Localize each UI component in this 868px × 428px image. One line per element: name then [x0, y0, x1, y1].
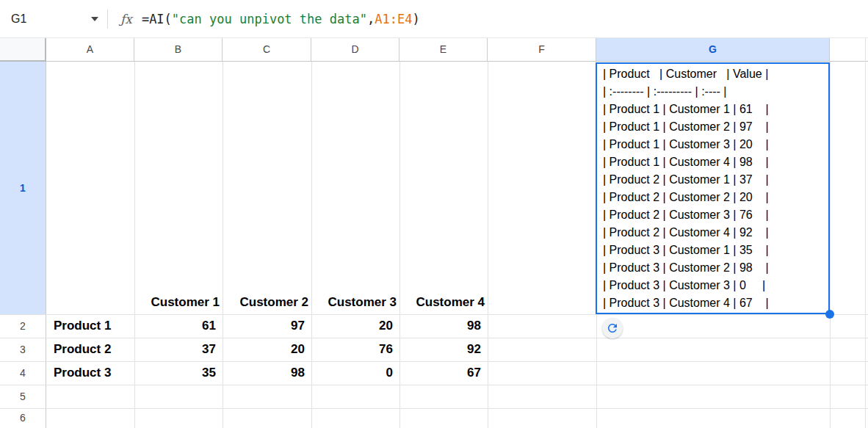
column-header-e[interactable]: E	[399, 38, 488, 62]
g1-markdown-line: | Product 2 | Customer 4 | 92 |	[603, 224, 828, 242]
row-header-1[interactable]: 1	[0, 62, 46, 314]
formula-token-range: A1:E4	[375, 12, 412, 26]
cell-d4[interactable]: 0	[312, 361, 399, 385]
formula-token-string: "can you unpivot the data"	[172, 12, 367, 26]
gridline	[0, 385, 868, 385]
cell-d1[interactable]: Customer 3	[312, 291, 399, 314]
cell-a3[interactable]: Product 2	[47, 338, 134, 361]
g1-markdown-line: | Product 2 | Customer 1 | 37 |	[603, 171, 828, 189]
g1-markdown-line: | Product | Customer | Value |	[603, 65, 828, 83]
cell-c4[interactable]: 98	[223, 361, 311, 385]
row-header-2[interactable]: 2	[0, 314, 46, 338]
chevron-down-icon[interactable]	[91, 17, 98, 21]
name-box[interactable]: G1	[0, 12, 107, 26]
g1-markdown-line: | Product 1 | Customer 1 | 61 |	[603, 101, 828, 118]
fx-icon: ƒx	[120, 12, 132, 26]
cell-c1[interactable]: Customer 2	[223, 291, 311, 314]
cell-b2[interactable]: 61	[135, 314, 223, 338]
cell-a4[interactable]: Product 3	[47, 361, 134, 385]
cell-a2[interactable]: Product 1	[47, 314, 134, 338]
gridline	[488, 62, 488, 428]
column-header-g[interactable]: G	[596, 38, 830, 62]
row-header-5[interactable]: 5	[0, 385, 46, 408]
cell-d3[interactable]: 76	[312, 338, 399, 361]
g1-markdown-line: | Product 1 | Customer 3 | 20 |	[603, 136, 828, 153]
cell-e2[interactable]: 98	[400, 314, 488, 338]
formula-bar: G1 ƒx =AI("can you unpivot the data",A1:…	[0, 0, 868, 38]
g1-markdown-line: | Product 3 | Customer 4 | 67 |	[603, 294, 828, 312]
g1-markdown-line: | Product 3 | Customer 2 | 98 |	[603, 259, 828, 277]
refresh-icon	[606, 322, 619, 335]
selected-cell-g1[interactable]: | Product | Customer | Value | | :------…	[596, 62, 830, 314]
row-header-6[interactable]: 6	[0, 408, 46, 428]
row-header-4[interactable]: 4	[0, 361, 46, 385]
g1-markdown-line: | Product 3 | Customer 1 | 35 |	[603, 242, 828, 259]
cell-b4[interactable]: 35	[135, 361, 223, 385]
formula-token: =AI(	[142, 12, 172, 26]
refresh-ai-button[interactable]	[602, 318, 623, 338]
gridline	[0, 408, 868, 409]
column-header-d[interactable]: D	[311, 38, 399, 62]
column-header-f[interactable]: F	[488, 38, 596, 62]
g1-markdown-line: | Product 1 | Customer 2 | 97 |	[603, 118, 828, 136]
cell-e3[interactable]: 92	[400, 338, 488, 361]
g1-markdown-line: | Product 1 | Customer 4 | 98 |	[603, 153, 828, 171]
column-header-c[interactable]: C	[223, 38, 311, 62]
g1-markdown-line: | Product 2 | Customer 3 | 76 |	[603, 206, 828, 224]
cell-c2[interactable]: 97	[223, 314, 311, 338]
fill-handle[interactable]	[825, 310, 834, 319]
column-header-a[interactable]: A	[46, 38, 134, 62]
cell-e4[interactable]: 67	[400, 361, 488, 385]
row-header-3[interactable]: 3	[0, 338, 46, 361]
column-header-h-partial[interactable]	[830, 38, 868, 62]
cell-d2[interactable]: 20	[312, 314, 399, 338]
cell-b1[interactable]: Customer 1	[135, 291, 223, 314]
g1-markdown-line: | Product 3 | Customer 3 | 0 |	[603, 277, 828, 294]
cell-e1[interactable]: Customer 4	[400, 291, 488, 314]
g1-markdown-line: | :-------- | :--------- | :---- |	[603, 83, 828, 101]
gridline	[830, 62, 831, 428]
cell-c3[interactable]: 20	[223, 338, 311, 361]
gridline	[865, 38, 866, 428]
g1-markdown-line: | Product 2 | Customer 2 | 20 |	[603, 189, 828, 206]
formula-input[interactable]: =AI("can you unpivot the data",A1:E4)	[142, 12, 868, 26]
cell-b3[interactable]: 37	[135, 338, 223, 361]
formula-token: ,	[367, 12, 375, 26]
divider	[107, 10, 108, 29]
select-all-corner[interactable]	[0, 38, 46, 62]
formula-token: )	[412, 12, 419, 26]
cell-reference: G1	[11, 12, 26, 26]
column-header-b[interactable]: B	[134, 38, 223, 62]
